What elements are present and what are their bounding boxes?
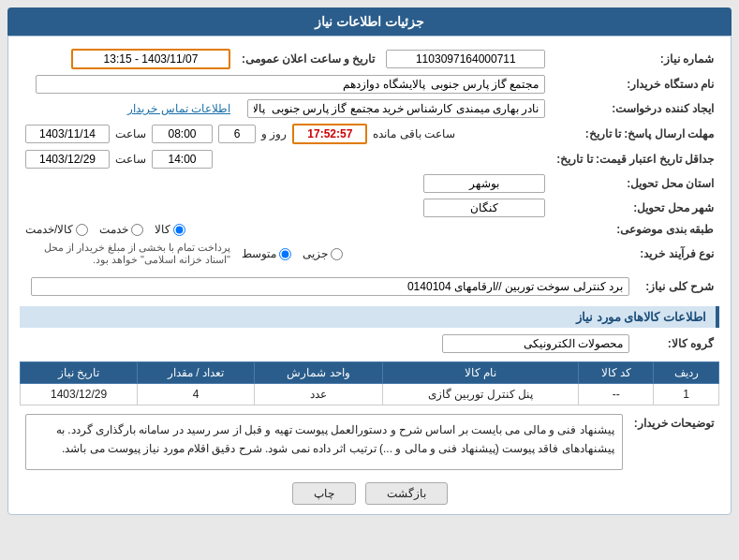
tarikh-input[interactable] — [71, 49, 230, 69]
sharh-koli-input[interactable] — [31, 277, 629, 296]
shomare-niaz-label: شماره نیاز: — [551, 46, 719, 72]
shahr-label: شهر محل تحویل: — [551, 196, 719, 220]
col-vahed: واحد شمارش — [255, 362, 383, 384]
page-header: جزئیات اطلاعات نیاز — [7, 7, 732, 36]
tabaqe-radio-kala-khidmat[interactable] — [76, 224, 88, 236]
button-row: بازگشت چاپ — [20, 482, 719, 505]
tabaqe-radio-group: کالا/خدمت خدمت کالا — [25, 223, 545, 236]
cell-naam: پنل کنترل توربین گازی — [382, 384, 578, 405]
shomare-niaz-value — [380, 46, 551, 72]
mohlet-baqi-input[interactable] — [292, 124, 367, 144]
nooe-radio-motavaset[interactable] — [279, 248, 291, 260]
tabaqe-option-khidmat[interactable]: خدمت — [99, 223, 143, 236]
bazgasht-button[interactable]: بازگشت — [365, 482, 448, 505]
shahr-value-cell — [20, 196, 551, 220]
sharh-koli-table: شرح کلی نیاز: — [20, 274, 719, 299]
info-section-title: اطلاعات کالاهای مورد نیاز — [20, 306, 719, 328]
baqi-label: ساعت باقی مانده — [373, 127, 455, 140]
col-kod: کد کالا — [579, 362, 654, 384]
mohlet-date-input[interactable] — [25, 125, 110, 143]
cell-kod: -- — [579, 384, 654, 405]
nooe-radio-jozii[interactable] — [331, 248, 343, 260]
mohlet-label: مهلت ارسال پاسخ: تا تاریخ: — [551, 121, 719, 147]
cell-radif: 1 — [654, 384, 719, 405]
ostan-label: استان محل تحویل: — [551, 171, 719, 196]
items-table: ردیف کد کالا نام کالا واحد شمارش تعداد /… — [20, 361, 719, 405]
tosihaat-table: توضیحات خریدار: پیشنهاد فنی و مالی می با… — [20, 411, 719, 473]
jadval-row-cell: ساعت — [20, 147, 551, 171]
shomare-niaz-input[interactable] — [386, 50, 545, 68]
jadval-label: جداقل تاریخ اعتبار قیمت: تا تاریخ: — [551, 147, 719, 171]
tarikh-value — [20, 46, 236, 72]
tosihaat-value-cell: پیشنهاد فنی و مالی می بایست بر اساس شرح … — [20, 411, 628, 473]
main-card: شماره نیاز: تاریخ و ساعت اعلان عمومی: نا… — [7, 36, 732, 515]
cell-tarikh: 1403/12/29 — [21, 384, 138, 405]
tosihaat-label: توضیحات خریدار: — [628, 411, 719, 473]
mohlet-saat-input[interactable] — [152, 125, 213, 143]
ijad-value-cell — [236, 96, 551, 121]
ijad-label: ایجاد کننده درخواست: — [551, 96, 719, 121]
nooe-value-cell: متوسط جزیی — [236, 239, 551, 269]
etelaaat-tamas-cell: اطلاعات تماس خریدار — [20, 96, 236, 121]
nooe-motavaset-text: متوسط — [242, 247, 276, 260]
tabaqe-option-kala-khidmat[interactable]: کالا/خدمت — [25, 223, 88, 236]
cell-vahed: عدد — [255, 384, 383, 405]
table-row: 1--پنل کنترل توربین گازیعدد41403/12/29 — [21, 384, 719, 405]
tabaqe-khidmat-text: خدمت — [99, 223, 128, 236]
col-radif: ردیف — [654, 362, 719, 384]
cell-tedad: 4 — [138, 384, 255, 405]
tabaqe-radio-khidmat[interactable] — [131, 224, 143, 236]
sharh-koli-label: شرح کلی نیاز: — [635, 274, 719, 299]
group-kala-value-cell — [20, 332, 635, 356]
nooe-farayand-label: نوع فرآیند خرید: — [551, 239, 719, 269]
nooe-option-jozii[interactable]: جزیی — [303, 247, 343, 260]
tabaqe-radio-kala[interactable] — [173, 224, 185, 236]
jadval-saat-input[interactable] — [152, 150, 213, 169]
info-table-1: شماره نیاز: تاریخ و ساعت اعلان عمومی: نا… — [20, 46, 719, 269]
etelaaat-tamas-link[interactable]: اطلاعات تماس خریدار — [127, 102, 230, 115]
tabaqe-option-kala[interactable]: کالا — [155, 223, 185, 236]
sharh-koli-value-cell — [20, 274, 635, 299]
chap-button[interactable]: چاپ — [292, 482, 356, 505]
tabaqe-kala-khidmat-text: کالا/خدمت — [25, 223, 73, 236]
saat-label: ساعت — [115, 127, 146, 140]
name-dastgah-label: نام دستگاه خریدار: — [551, 72, 719, 96]
tosihaat-text: پیشنهاد فنی و مالی می بایست بر اساس شرح … — [25, 414, 623, 470]
group-kala-input[interactable] — [442, 334, 629, 353]
tabaqe-kala-text: کالا — [155, 223, 170, 236]
group-kala-label: گروه کالا: — [635, 332, 719, 356]
page-title: جزئیات اطلاعات نیاز — [315, 14, 424, 29]
mohlet-rooz-input[interactable] — [218, 125, 256, 143]
ostan-value-cell — [20, 171, 551, 196]
shahr-input[interactable] — [423, 199, 545, 217]
mohlet-row-cell: ساعت روز و ساعت باقی مانده — [20, 121, 551, 147]
name-dastgah-input[interactable] — [36, 75, 545, 94]
col-tarikh: تاریخ نیاز — [21, 362, 138, 384]
rooz-label: روز و — [261, 127, 287, 140]
jadval-saat-label: ساعت — [115, 153, 146, 166]
nooe-radio-group: متوسط جزیی — [242, 247, 545, 260]
name-dastgah-cell — [20, 72, 551, 96]
jadval-date-input[interactable] — [25, 150, 110, 169]
tabaqe-value-cell: کالا/خدمت خدمت کالا — [20, 220, 551, 239]
pardakht-note: پرداخت تمام با بخشی از مبلغ خریدار از مح… — [20, 239, 236, 269]
page-container: جزئیات اطلاعات نیاز شماره نیاز: تاریخ و … — [0, 0, 739, 560]
col-tedad: تعداد / مقدار — [138, 362, 255, 384]
group-kala-table: گروه کالا: — [20, 332, 719, 356]
tabaqe-label: طبقه بندی موضوعی: — [551, 220, 719, 239]
ostan-input[interactable] — [423, 174, 545, 193]
nooe-option-motavaset[interactable]: متوسط — [242, 247, 291, 260]
col-naam: نام کالا — [382, 362, 578, 384]
nooe-jozii-text: جزیی — [303, 247, 328, 260]
tarikh-label: تاریخ و ساعت اعلان عمومی: — [236, 46, 380, 72]
ijad-input[interactable] — [247, 99, 545, 118]
